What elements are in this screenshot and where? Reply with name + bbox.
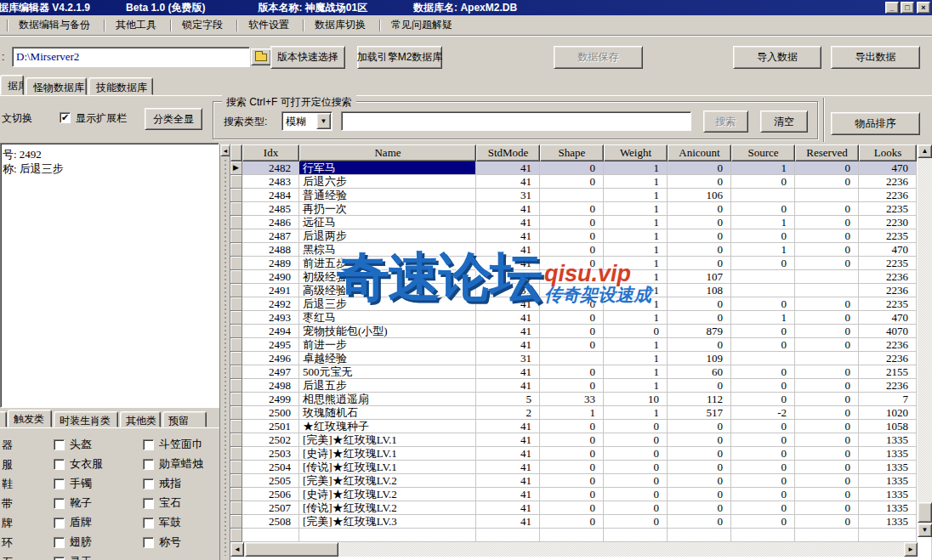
table-cell[interactable]: 1 (604, 270, 668, 284)
table-cell[interactable]: 4070 (859, 325, 917, 338)
table-cell[interactable]: 10 (604, 393, 668, 406)
table-cell[interactable]: 后退两步 (299, 229, 476, 243)
category-checkbox[interactable]: 宝石 (143, 495, 181, 511)
table-cell[interactable]: 0 (731, 393, 795, 406)
table-cell[interactable]: 0 (540, 461, 604, 474)
table-row[interactable]: 2485再扔一次41010002235 (230, 202, 917, 216)
table-cell[interactable]: 0 (540, 257, 604, 270)
table-cell[interactable]: 112 (668, 393, 731, 406)
checkbox-icon[interactable] (143, 459, 154, 470)
table-cell[interactable]: 879 (668, 325, 731, 338)
table-cell[interactable]: 0 (731, 515, 795, 529)
table-row[interactable]: 2508[完美]★红玫瑰LV.341000001335 (230, 515, 917, 529)
table-cell[interactable]: 卓越经验 (299, 352, 476, 365)
menu-item[interactable]: 数据库切换 (308, 16, 372, 34)
table-row[interactable]: 2496卓越经验3111092236 (230, 352, 917, 365)
table-cell[interactable]: 0 (668, 515, 731, 529)
table-cell[interactable]: 2508 (242, 515, 299, 529)
table-cell[interactable]: 0 (668, 216, 731, 229)
table-cell[interactable]: 前进五步 (299, 257, 476, 270)
table-cell[interactable]: 0 (540, 420, 604, 433)
table-cell[interactable]: 0 (604, 461, 668, 474)
table-cell[interactable]: 2236 (859, 175, 917, 189)
table-cell[interactable]: 2497 (242, 365, 299, 379)
column-header[interactable]: StdMode (476, 144, 540, 161)
menu-item[interactable]: 锁定字段 (175, 16, 230, 34)
table-cell[interactable]: 行军马 (299, 161, 476, 175)
table-cell[interactable]: 7 (859, 393, 917, 406)
table-cell[interactable]: 2500 (242, 406, 299, 420)
table-row[interactable]: 2493枣红马4101010470 (230, 311, 917, 325)
table-cell[interactable]: 0 (795, 406, 859, 420)
table-cell[interactable]: 0 (540, 515, 604, 529)
table-cell[interactable]: 0 (795, 488, 859, 501)
horizontal-scrollbar[interactable]: ◄ ► (230, 542, 918, 557)
table-cell[interactable]: 1335 (859, 447, 917, 461)
table-cell[interactable]: 2482 (242, 161, 299, 175)
table-cell[interactable]: 1 (604, 284, 668, 297)
table-cell[interactable]: 41 (476, 175, 540, 189)
table-cell[interactable]: 5 (476, 393, 540, 406)
table-cell[interactable]: 41 (476, 488, 540, 501)
table-cell[interactable] (731, 270, 795, 284)
table-cell[interactable]: 相思熊逍遥扇 (299, 393, 476, 406)
table-cell[interactable]: 41 (476, 325, 540, 338)
table-cell[interactable]: 0 (540, 229, 604, 243)
table-cell[interactable]: 0 (540, 297, 604, 311)
table-cell[interactable]: [传说]★红玫瑰LV.2 (299, 501, 476, 515)
table-cell[interactable]: 0 (731, 229, 795, 243)
table-cell[interactable]: 1 (604, 365, 668, 379)
table-cell[interactable]: 0 (731, 461, 795, 474)
table-cell[interactable]: 41 (476, 379, 540, 393)
table-cell[interactable]: 470 (859, 243, 917, 257)
table-cell[interactable]: 2235 (859, 202, 917, 216)
table-cell[interactable]: 前进一步 (299, 338, 476, 352)
server-path-input[interactable] (12, 47, 250, 67)
table-cell[interactable]: 0 (731, 420, 795, 433)
table-cell[interactable]: [完美]★红玫瑰LV.3 (299, 515, 476, 529)
table-cell[interactable]: 0 (795, 393, 859, 406)
table-cell[interactable]: 0 (731, 447, 795, 461)
table-cell[interactable]: 2505 (242, 474, 299, 488)
table-cell[interactable]: 0 (795, 175, 859, 189)
table-cell[interactable]: 2236 (859, 270, 917, 284)
column-header[interactable]: Anicount (668, 144, 731, 161)
table-cell[interactable]: 1 (604, 406, 668, 420)
category-tab[interactable]: 触发类 (8, 410, 52, 427)
import-data-button[interactable]: 导入数据 (733, 46, 821, 69)
table-cell[interactable]: 1 (604, 161, 668, 175)
export-data-button[interactable]: 导出数据 (831, 46, 920, 69)
checkbox-icon[interactable] (143, 478, 154, 489)
table-cell[interactable]: 0 (668, 447, 731, 461)
table-cell[interactable]: 0 (604, 501, 668, 515)
table-cell[interactable]: 2496 (242, 352, 299, 365)
table-cell[interactable]: 1335 (859, 501, 917, 515)
table-cell[interactable]: 41 (476, 297, 540, 311)
table-cell[interactable] (795, 189, 859, 202)
table-cell[interactable]: 41 (476, 311, 540, 325)
table-cell[interactable]: 2236 (859, 189, 917, 202)
category-checkbox[interactable]: 灵玉 (54, 554, 92, 560)
table-cell[interactable]: 2236 (859, 338, 917, 352)
table-cell[interactable]: 1335 (859, 474, 917, 488)
table-cell[interactable]: 0 (604, 488, 668, 501)
category-checkbox[interactable]: 称号 (143, 535, 181, 550)
column-header[interactable]: Name (299, 144, 476, 161)
table-cell[interactable]: 宠物技能包(小型) (299, 325, 476, 338)
table-cell[interactable]: 0 (795, 365, 859, 379)
table-cell[interactable]: 0 (795, 338, 859, 352)
table-cell[interactable]: 0 (668, 297, 731, 311)
table-cell[interactable]: 2504 (242, 461, 299, 474)
table-cell[interactable]: [完美]★红玫瑰LV.1 (299, 433, 476, 447)
table-cell[interactable]: 后退六步 (299, 175, 476, 189)
table-cell[interactable]: 0 (795, 311, 859, 325)
category-checkbox[interactable]: 戒指 (143, 476, 181, 491)
table-cell[interactable]: 500元宝无 (299, 365, 476, 379)
table-row[interactable]: 2486远征马41010102230 (230, 216, 917, 229)
menu-item[interactable]: 软件设置 (242, 16, 296, 34)
scroll-left-button[interactable]: ◄ (230, 542, 244, 557)
table-row[interactable]: 2492后退三步41010002235 (230, 297, 917, 311)
menu-item[interactable]: 数据编辑与备份 (12, 16, 97, 34)
table-cell[interactable]: 1020 (859, 406, 917, 420)
category-checkbox[interactable]: 勋章蜡烛 (143, 456, 203, 472)
